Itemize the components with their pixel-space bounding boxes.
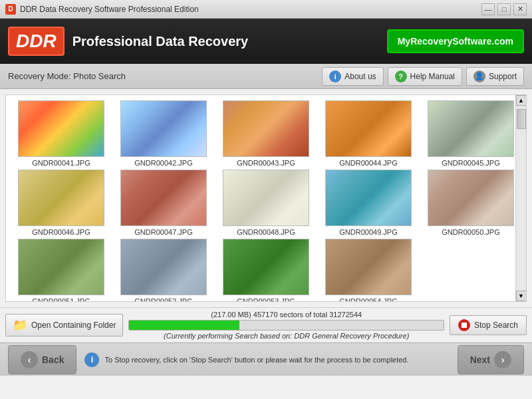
photo-label: GNDR00054.JPG [339, 297, 397, 301]
maximize-button[interactable]: □ [497, 3, 511, 15]
nav-footer: ‹ Back i To Stop recovery, click on 'Sto… [0, 342, 532, 376]
list-item: GNDR00050.JPG [421, 170, 521, 236]
list-item: GNDR00054.JPG [319, 239, 418, 301]
photo-thumbnail[interactable] [428, 170, 514, 226]
nav-bar: Recovery Mode: Photo Search i About us ?… [0, 64, 532, 89]
support-button[interactable]: 👤 Support [466, 67, 524, 86]
stop-search-button[interactable]: Stop Search [450, 315, 527, 335]
header-title: Professional Data Recovery [72, 34, 249, 49]
list-item: GNDR00046.JPG [11, 170, 111, 236]
info-icon: i [329, 70, 341, 82]
list-item: GNDR00052.JPG [114, 239, 213, 301]
list-item: GNDR00047.JPG [114, 170, 213, 236]
info-icon: i [84, 352, 99, 367]
back-button[interactable]: ‹ Back [8, 345, 76, 374]
website-label[interactable]: MyRecoverySoftware.com [387, 29, 524, 53]
progress-area: (217.00 MB) 457170 sectors of total 3127… [128, 311, 444, 340]
scroll-thumb[interactable] [517, 109, 526, 129]
list-item: GNDR00051.JPG [11, 239, 111, 301]
help-manual-button[interactable]: ? Help Manual [388, 67, 462, 86]
recovery-mode-value: Photo Search [73, 71, 126, 81]
photo-label: GNDR00052.JPG [134, 297, 192, 301]
about-us-button[interactable]: i About us [322, 67, 383, 86]
list-item: GNDR00048.JPG [216, 170, 316, 236]
support-icon: 👤 [473, 70, 485, 82]
title-bar-text: DDR Data Recovery Software Professional … [20, 5, 199, 14]
back-arrow-icon: ‹ [21, 351, 38, 368]
help-icon: ? [395, 70, 407, 82]
window-controls: — □ ✕ [481, 3, 527, 15]
photo-thumbnail[interactable] [223, 239, 309, 295]
photo-thumbnail[interactable] [428, 100, 514, 157]
photo-label: GNDR00046.JPG [32, 228, 90, 236]
nav-buttons: i About us ? Help Manual 👤 Support [322, 67, 524, 86]
photo-thumbnail[interactable] [18, 239, 104, 295]
progress-info: (217.00 MB) 457170 sectors of total 3127… [211, 311, 362, 319]
folder-icon: 📁 [13, 318, 27, 332]
stop-icon [458, 319, 470, 331]
photo-label: GNDR00044.JPG [339, 159, 397, 167]
next-button[interactable]: Next › [458, 345, 524, 374]
bottom-bar: 📁 Open Containing Folder (217.00 MB) 457… [0, 307, 532, 342]
recovery-mode-label: Recovery Mode: Photo Search [8, 71, 126, 81]
scroll-down-arrow[interactable]: ▼ [516, 291, 527, 301]
footer-info: i To Stop recovery, click on 'Stop Searc… [84, 352, 449, 367]
photo-thumbnail[interactable] [223, 100, 309, 157]
close-button[interactable]: ✕ [513, 3, 527, 15]
photo-grid: GNDR00041.JPGGNDR00042.JPGGNDR00043.JPGG… [6, 95, 526, 301]
title-bar: D DDR Data Recovery Software Professiona… [0, 0, 532, 19]
list-item: GNDR00049.JPG [319, 170, 418, 236]
photo-thumbnail[interactable] [18, 170, 104, 226]
photo-label: GNDR00053.JPG [237, 297, 295, 301]
photo-thumbnail[interactable] [18, 100, 104, 157]
next-arrow-icon: › [494, 351, 511, 368]
list-item: GNDR00044.JPG [319, 100, 418, 167]
photo-thumbnail[interactable] [325, 239, 412, 295]
scrollbar[interactable]: ▲ ▼ [515, 95, 526, 301]
photo-label: GNDR00045.JPG [442, 159, 499, 167]
photo-label: GNDR00047.JPG [134, 228, 192, 236]
progress-fill [129, 321, 239, 330]
photo-thumbnail[interactable] [325, 100, 412, 157]
stop-square [462, 323, 467, 328]
list-item: GNDR00043.JPG [216, 100, 316, 167]
photo-grid-container: GNDR00041.JPGGNDR00042.JPGGNDR00043.JPGG… [5, 94, 527, 302]
list-item: GNDR00041.JPG [11, 100, 111, 167]
open-folder-button[interactable]: 📁 Open Containing Folder [5, 314, 123, 336]
photo-thumbnail[interactable] [223, 170, 309, 226]
ddr-logo: DDR [8, 27, 65, 56]
progress-bar [128, 320, 444, 331]
photo-thumbnail[interactable] [120, 170, 207, 226]
photo-label: GNDR00051.JPG [32, 297, 90, 301]
photo-label: GNDR00049.JPG [339, 228, 397, 236]
list-item: GNDR00042.JPG [114, 100, 213, 167]
photo-label: GNDR00048.JPG [237, 228, 295, 236]
app-icon: D [5, 4, 16, 15]
scroll-track[interactable] [516, 106, 526, 291]
minimize-button[interactable]: — [481, 3, 495, 15]
photo-thumbnail[interactable] [325, 170, 412, 226]
photo-label: GNDR00041.JPG [32, 159, 90, 167]
photo-label: GNDR00050.JPG [442, 228, 499, 236]
list-item: GNDR00053.JPG [216, 239, 316, 301]
list-item: GNDR00045.JPG [421, 100, 521, 167]
scroll-up-arrow[interactable]: ▲ [516, 95, 527, 106]
photo-label: GNDR00042.JPG [134, 159, 192, 167]
photo-label: GNDR00043.JPG [237, 159, 295, 167]
photo-thumbnail[interactable] [120, 100, 207, 157]
header: DDR Professional Data Recovery MyRecover… [0, 19, 532, 64]
photo-thumbnail[interactable] [120, 239, 207, 295]
progress-sub: (Currently performing Search based on: D… [164, 332, 409, 340]
